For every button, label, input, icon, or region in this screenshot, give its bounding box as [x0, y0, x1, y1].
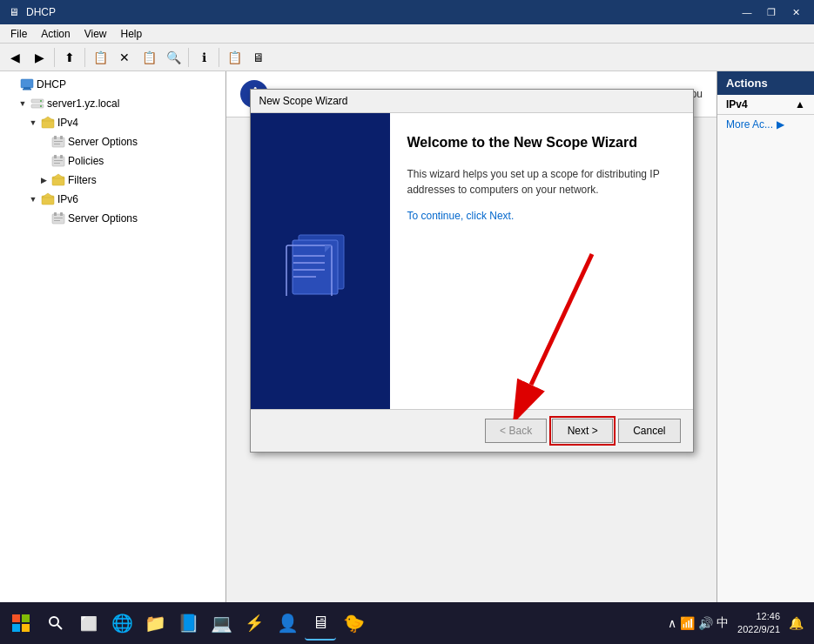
tree-label-ipv4: IPv4	[57, 117, 78, 129]
menu-view[interactable]: View	[77, 25, 114, 43]
computer-button[interactable]: 💻	[205, 606, 237, 641]
svg-rect-10	[54, 136, 57, 139]
tree-panel: DHCP ▼ server1.yz.local ▼ IPv4 Server Op	[0, 71, 226, 602]
volume-icon: 🔊	[698, 616, 713, 630]
toolbar-sep-2	[84, 48, 85, 67]
actions-more-arrow: ▶	[777, 118, 784, 131]
menu-help[interactable]: Help	[114, 25, 150, 43]
tree-toggle-dhcp	[7, 79, 17, 90]
maximize-button[interactable]: ❐	[760, 3, 783, 21]
tree-toggle-sv1	[38, 137, 49, 147]
tree-toggle-policies	[38, 156, 49, 166]
menu-action[interactable]: Action	[34, 25, 77, 43]
dhcp-button[interactable]: 🖥	[305, 606, 336, 641]
wizard-body: Welcome to the New Scope Wizard This wiz…	[251, 113, 693, 409]
svg-point-6	[40, 105, 42, 107]
actions-more-label: More Ac...	[726, 118, 773, 131]
actions-ipv4-arrow: ▲	[795, 98, 805, 111]
svg-rect-26	[54, 218, 63, 218]
filters-icon	[51, 173, 65, 187]
notification-icon[interactable]: ∧	[668, 616, 676, 630]
forward-button[interactable]: ▶	[28, 46, 50, 69]
system-clock[interactable]: 12:46 2022/9/21	[732, 608, 785, 639]
server-mgr-button[interactable]: 🐤	[338, 606, 369, 641]
ime-icon: 中	[716, 615, 729, 631]
properties-button[interactable]: 📋	[138, 46, 160, 69]
explorer-button[interactable]: 📁	[139, 606, 171, 641]
export-button[interactable]: 📋	[223, 46, 246, 69]
tree-item-server-options[interactable]: Server Options	[0, 132, 225, 151]
search-button[interactable]	[40, 607, 71, 639]
up-button[interactable]: ⬆	[58, 46, 81, 69]
wizard-title-label: New Scope Wizard	[259, 95, 348, 107]
dhcp-icon	[20, 77, 34, 91]
svg-line-43	[57, 625, 62, 629]
tree-item-ipv6[interactable]: ▼ IPv6	[0, 190, 225, 209]
start-button[interactable]	[3, 606, 38, 641]
view-button[interactable]: 🖥	[247, 46, 270, 69]
wizard-dialog: New Scope Wizard	[250, 89, 694, 453]
terminal-button[interactable]: ⚡	[239, 606, 270, 641]
close-button[interactable]: ✕	[784, 3, 807, 21]
toolbar-sep-3	[188, 48, 189, 67]
wizard-title-bar: New Scope Wizard	[251, 90, 693, 113]
tree-item-filters[interactable]: ▶ Filters	[0, 171, 225, 190]
minimize-button[interactable]: —	[736, 3, 758, 21]
tree-label-ipv6: IPv6	[57, 193, 78, 205]
search-icon	[48, 615, 64, 631]
tree-item-server[interactable]: ▼ server1.yz.local	[0, 94, 225, 113]
svg-rect-16	[60, 155, 63, 158]
svg-rect-41	[22, 624, 30, 632]
cancel-button[interactable]: Cancel	[618, 419, 680, 443]
svg-rect-25	[60, 212, 63, 216]
svg-rect-15	[54, 155, 57, 158]
taskbar: ⬜ 🌐 📁 📘 💻 ⚡ 👤 🖥 🐤 ∧ 📶 🔊 中 12:46 2022/9/2…	[0, 602, 814, 644]
next-button[interactable]: Next >	[552, 419, 613, 443]
center-panel: i Add a Scope dress. You New Scope Wizar…	[226, 71, 716, 602]
ipv4-icon	[41, 116, 55, 130]
edge-button[interactable]: 📘	[172, 606, 204, 641]
tree-label-server-options: Server Options	[68, 136, 138, 148]
window-controls: — ❐ ✕	[736, 3, 807, 21]
show-hide-button[interactable]: 📋	[89, 46, 111, 69]
back-button[interactable]: < Back	[485, 419, 547, 443]
help-button[interactable]: ℹ	[192, 46, 215, 69]
tree-toggle-ipv4: ▼	[28, 117, 38, 128]
window-title: DHCP	[26, 6, 56, 18]
svg-marker-20	[52, 174, 64, 178]
wizard-continue-text: To continue, click Next.	[407, 208, 676, 224]
tree-item-server-options2[interactable]: Server Options	[0, 209, 225, 228]
actions-panel: Actions IPv4 ▲ More Ac... ▶	[716, 71, 814, 602]
svg-marker-22	[42, 193, 54, 198]
wizard-overlay: New Scope Wizard	[226, 71, 716, 602]
back-button[interactable]: ◀	[3, 46, 26, 69]
tree-item-ipv4[interactable]: ▼ IPv4	[0, 113, 225, 132]
svg-rect-39	[22, 614, 30, 622]
title-bar: 🖥 DHCP — ❐ ✕	[0, 0, 814, 24]
notification-bell[interactable]: 🔔	[789, 616, 804, 630]
tree-label-server: server1.yz.local	[47, 97, 119, 110]
svg-rect-13	[54, 144, 60, 144]
svg-rect-0	[21, 79, 33, 88]
users-button[interactable]: 👤	[272, 606, 303, 641]
svg-rect-27	[54, 220, 60, 221]
svg-rect-24	[54, 212, 57, 216]
ipv6-icon	[41, 192, 55, 206]
menu-file[interactable]: File	[3, 25, 34, 43]
refresh-button[interactable]: 🔍	[162, 46, 185, 69]
server-options-icon	[51, 135, 65, 149]
tree-toggle-sv2	[38, 213, 49, 224]
tree-item-dhcp[interactable]: DHCP	[0, 75, 225, 94]
actions-ipv4[interactable]: IPv4 ▲	[717, 95, 814, 115]
wizard-footer: < Back Next > Cancel	[251, 409, 693, 452]
ie-button[interactable]: 🌐	[106, 606, 138, 641]
wizard-left-panel	[251, 113, 390, 409]
svg-rect-38	[12, 614, 20, 622]
actions-more-link[interactable]: More Ac... ▶	[717, 115, 814, 134]
wizard-body-text: This wizard helps you set up a scope for…	[407, 166, 676, 198]
svg-rect-1	[24, 87, 30, 89]
tree-item-policies[interactable]: Policies	[0, 151, 225, 171]
tree-label-filters: Filters	[68, 174, 97, 186]
delete-button[interactable]: ✕	[113, 46, 136, 69]
taskview-button[interactable]: ⬜	[73, 606, 104, 641]
